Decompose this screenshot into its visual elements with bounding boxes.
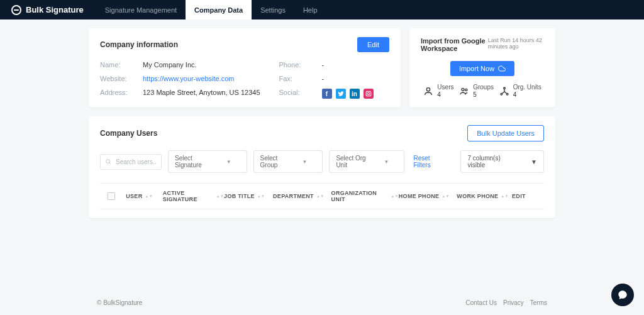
col-home-phone[interactable]: HOME PHONE▲▼ <box>399 193 457 199</box>
org-stat: Org. Units 4 <box>499 84 541 99</box>
chevron-down-icon: ▼ <box>384 159 389 165</box>
footer: © BulkSignature Contact Us Privacy Terms <box>0 299 644 306</box>
website-value[interactable]: https://www.your-website.com <box>143 75 235 82</box>
import-card: Import from Google Workspace Last Run 14… <box>409 28 555 108</box>
address-label: Address: <box>100 89 131 96</box>
svg-point-2 <box>427 88 430 91</box>
footer-copyright: © BulkSignature <box>97 299 142 306</box>
chevron-down-icon: ▼ <box>226 159 231 165</box>
chevron-down-icon: ▼ <box>531 158 537 165</box>
svg-point-3 <box>462 88 464 91</box>
logo-icon <box>11 5 21 15</box>
sort-icon: ▲▼ <box>441 195 449 197</box>
svg-point-4 <box>465 89 467 91</box>
table-header: USER▲▼ ACTIVE SIGNATURE▲▼ JOB TITLE▲▼ DE… <box>100 183 544 209</box>
group-select[interactable]: Select Group ▼ <box>253 150 323 173</box>
users-stat-value: 4 <box>437 91 453 99</box>
chevron-down-icon: ▼ <box>302 159 307 165</box>
website-label: Website: <box>100 75 131 82</box>
users-stat-label: Users <box>437 84 453 91</box>
company-users-card: Company Users Bulk Update Users Select S… <box>89 116 555 218</box>
groups-icon <box>459 86 469 96</box>
svg-point-8 <box>106 160 110 163</box>
last-run-text: Last Run 14 hours 42 minutes ago <box>488 37 544 50</box>
nav-items: Signature Management Company Data Settin… <box>96 0 326 19</box>
svg-point-5 <box>503 87 505 89</box>
col-work-phone[interactable]: WORK PHONE▲▼ <box>457 193 512 199</box>
groups-stat-label: Groups <box>473 84 494 91</box>
linkedin-icon[interactable]: in <box>350 89 360 99</box>
instagram-icon[interactable] <box>364 89 374 99</box>
top-nav: Bulk Signature Signature Management Comp… <box>0 0 644 19</box>
users-icon <box>423 86 433 96</box>
fax-label: Fax: <box>279 75 311 82</box>
org-stat-label: Org. Units <box>513 84 541 91</box>
company-info-card: Company information Edit Name: My Compan… <box>89 28 401 108</box>
search-icon <box>105 158 111 165</box>
col-edit: EDIT <box>512 193 536 199</box>
col-organization-unit[interactable]: ORGANIZATION UNIT▲▼ <box>331 190 399 202</box>
users-stat: Users 4 <box>423 84 453 99</box>
twitter-icon[interactable] <box>336 89 346 99</box>
svg-rect-0 <box>366 91 371 96</box>
nav-signature-management[interactable]: Signature Management <box>96 0 186 19</box>
social-label: Social: <box>279 89 311 99</box>
footer-terms-link[interactable]: Terms <box>530 299 547 306</box>
sort-icon: ▲▼ <box>316 195 324 197</box>
cloud-sync-icon <box>498 65 506 72</box>
select-all-checkbox[interactable] <box>108 192 115 200</box>
nav-company-data[interactable]: Company Data <box>186 0 252 19</box>
address-value: 123 Maple Street, Anytown, US 12345 <box>143 89 260 96</box>
name-label: Name: <box>100 61 131 69</box>
name-value: My Company Inc. <box>143 61 197 69</box>
svg-point-1 <box>367 92 369 94</box>
footer-privacy-link[interactable]: Privacy <box>503 299 524 306</box>
brand-name: Bulk Signature <box>26 5 84 14</box>
edit-button[interactable]: Edit <box>357 37 389 52</box>
signature-select[interactable]: Select Signature ▼ <box>168 150 247 173</box>
sort-icon: ▲▼ <box>257 195 265 197</box>
company-users-title: Company Users <box>100 129 157 138</box>
col-active-signature[interactable]: ACTIVE SIGNATURE▲▼ <box>163 190 224 202</box>
groups-stat-value: 5 <box>473 91 494 99</box>
brand-logo[interactable]: Bulk Signature <box>11 5 84 15</box>
facebook-icon[interactable]: f <box>322 89 332 99</box>
bulk-update-button[interactable]: Bulk Update Users <box>467 125 544 141</box>
import-now-button[interactable]: Import Now <box>450 61 514 76</box>
import-title: Import from Google Workspace <box>421 37 488 52</box>
col-department[interactable]: DEPARTMENT▲▼ <box>273 193 331 199</box>
phone-value: - <box>322 61 325 69</box>
org-icon <box>499 86 509 96</box>
signature-select-label: Select Signature <box>175 155 220 169</box>
nav-help[interactable]: Help <box>294 0 326 19</box>
sort-icon: ▲▼ <box>391 195 398 197</box>
nav-settings[interactable]: Settings <box>252 0 294 19</box>
columns-select[interactable]: 7 column(s) visible ▼ <box>460 150 544 173</box>
reset-filters-link[interactable]: Reset Filters <box>413 155 448 169</box>
sort-icon: ▲▼ <box>216 195 224 197</box>
col-user[interactable]: USER▲▼ <box>126 193 162 199</box>
groups-stat: Groups 5 <box>459 84 494 99</box>
sort-icon: ▲▼ <box>145 195 152 197</box>
import-now-label: Import Now <box>459 65 494 72</box>
company-info-title: Company information <box>100 40 178 49</box>
col-job-title[interactable]: JOB TITLE▲▼ <box>224 193 273 199</box>
org-stat-value: 4 <box>513 91 541 99</box>
chat-icon <box>618 290 628 300</box>
phone-label: Phone: <box>279 61 311 69</box>
org-select[interactable]: Select Org Unit ▼ <box>329 150 404 173</box>
sort-icon: ▲▼ <box>501 195 508 197</box>
footer-contact-link[interactable]: Contact Us <box>466 299 497 306</box>
chat-button[interactable] <box>611 284 634 306</box>
org-select-label: Select Org Unit <box>336 155 377 169</box>
group-select-label: Select Group <box>260 155 296 169</box>
fax-value: - <box>322 75 325 82</box>
columns-select-label: 7 column(s) visible <box>467 155 518 169</box>
